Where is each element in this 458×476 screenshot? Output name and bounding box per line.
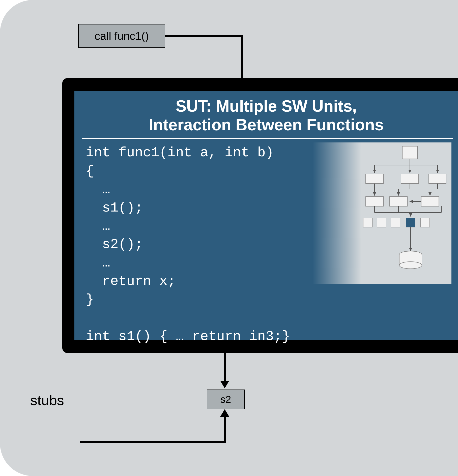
svg-rect-26 — [391, 218, 400, 227]
screen-title: SUT: Multiple SW Units, Interaction Betw… — [74, 97, 458, 134]
code-line-3: s1(); — [86, 200, 143, 216]
code-line-10: int s1() { … return in3;} — [86, 329, 290, 344]
stub-label: s2 — [220, 394, 231, 405]
connector-bottom-v-top — [224, 353, 226, 383]
code-line-0: int func1(int a, int b) — [86, 145, 274, 160]
svg-rect-7 — [401, 174, 419, 184]
svg-rect-6 — [366, 174, 383, 184]
stub-box: s2 — [207, 390, 245, 409]
code-line-8: } — [86, 292, 94, 307]
connector-bottom-horizontal — [80, 441, 226, 443]
svg-rect-17 — [390, 197, 407, 206]
code-line-4: … — [86, 219, 110, 234]
code-line-7: return x; — [86, 274, 176, 289]
mini-diagram-svg — [356, 145, 446, 281]
stubs-text: stubs — [30, 392, 64, 408]
svg-rect-8 — [429, 174, 446, 184]
code-line-5: s2(); — [86, 237, 143, 252]
screen-divider — [82, 138, 453, 139]
svg-rect-16 — [366, 197, 383, 206]
svg-rect-27 — [406, 218, 415, 227]
connector-top-horizontal — [165, 35, 242, 37]
screen-title-line2: Interaction Between Functions — [149, 116, 384, 134]
svg-rect-25 — [377, 218, 386, 227]
svg-rect-24 — [363, 218, 372, 227]
svg-rect-28 — [421, 218, 430, 227]
call-func-box: call func1() — [78, 24, 165, 48]
connector-bottom-v-bottom — [224, 417, 226, 443]
svg-rect-18 — [421, 197, 439, 206]
connector-top-vertical — [241, 35, 243, 83]
outer-panel: call func1() SUT: Multiple SW Units, Int… — [0, 0, 458, 476]
mini-diagram — [313, 142, 451, 284]
stubs-label: stubs — [30, 392, 64, 408]
arrow-down-icon — [220, 381, 229, 388]
svg-point-35 — [399, 262, 422, 269]
code-line-1: { — [86, 163, 94, 179]
call-func-label: call func1() — [95, 30, 149, 42]
screen-title-line1: SUT: Multiple SW Units, — [176, 97, 357, 115]
code-line-2: … — [86, 182, 110, 197]
code-block: int func1(int a, int b) { … s1(); … s2()… — [86, 144, 290, 346]
arrow-up-icon — [220, 409, 229, 417]
svg-rect-0 — [402, 146, 417, 159]
code-line-6: … — [86, 255, 110, 271]
